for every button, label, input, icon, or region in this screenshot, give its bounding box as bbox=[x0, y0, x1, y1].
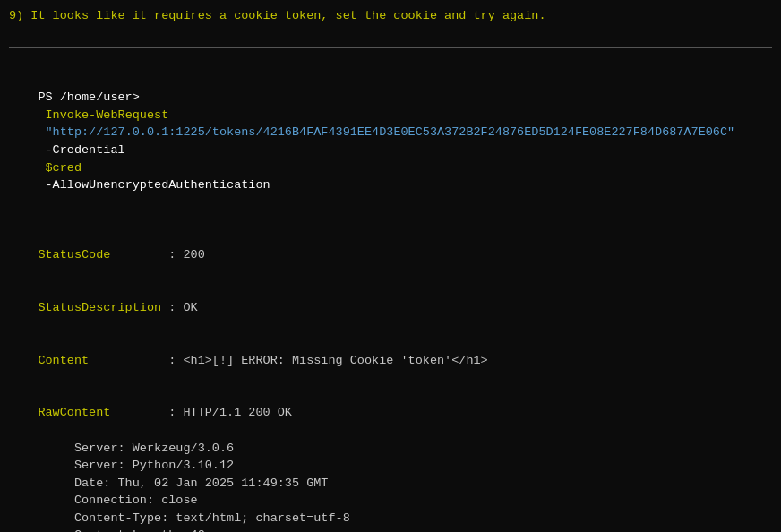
command-url bbox=[38, 125, 45, 139]
terminal-window: 9) It looks like it requires a cookie to… bbox=[9, 7, 772, 525]
status-code-label: StatusCode bbox=[38, 248, 168, 262]
invoke-webrequest-label: Invoke-WebRequest bbox=[46, 108, 169, 122]
url-value: "http://127.0.0.1:1225/tokens/4216B4FAF4… bbox=[46, 125, 735, 139]
rawcontent-content-length: Content-Length: 42 bbox=[9, 527, 772, 532]
content-line: Content : <h1>[!] ERROR: Missing Cookie … bbox=[9, 334, 772, 387]
rawcontent-value: : HTTP/1.1 200 OK bbox=[168, 406, 292, 419]
rawcontent-connection: Connection: close bbox=[9, 492, 772, 510]
command-invoke bbox=[38, 108, 45, 122]
status-desc-line: StatusDescription : OK bbox=[9, 281, 772, 334]
rawcontent-content-type: Content-Type: text/html; charset=utf-8 bbox=[9, 510, 772, 528]
status-code-value: : 200 bbox=[168, 248, 205, 262]
auth-flag-text: -AllowUnencryptedAuthentication bbox=[46, 178, 270, 192]
credential-flag-text: -Credential bbox=[46, 143, 125, 157]
command-line: PS /home/user> Invoke-WebRequest "http:/… bbox=[9, 72, 772, 212]
content-value: : <h1>[!] ERROR: Missing Cookie 'token'<… bbox=[168, 354, 487, 367]
command-prompt: PS /home/user> bbox=[38, 90, 139, 104]
rawcontent-server2: Server: Python/3.10.12 bbox=[9, 457, 772, 475]
divider-line bbox=[9, 47, 772, 48]
rawcontent-label: RawContent bbox=[38, 406, 168, 419]
auth-flag bbox=[38, 178, 45, 192]
spacer-2 bbox=[9, 54, 772, 72]
rawcontent-server1: Server: Werkzeug/3.0.6 bbox=[9, 440, 772, 458]
status-desc-value: : OK bbox=[168, 301, 197, 314]
rawcontent-date: Date: Thu, 02 Jan 2025 11:49:35 GMT bbox=[9, 475, 772, 493]
status-desc-label: StatusDescription bbox=[38, 301, 168, 314]
credential-var bbox=[38, 161, 45, 175]
intro-line: 9) It looks like it requires a cookie to… bbox=[9, 7, 772, 25]
rawcontent-line: RawContent : HTTP/1.1 200 OK bbox=[9, 387, 772, 440]
content-label: Content bbox=[38, 354, 168, 367]
cred-var-text: $cred bbox=[46, 161, 82, 175]
credential-flag bbox=[38, 143, 45, 157]
status-code-line: StatusCode : 200 bbox=[9, 229, 772, 282]
spacer-3 bbox=[9, 211, 772, 229]
spacer-1 bbox=[9, 25, 772, 43]
